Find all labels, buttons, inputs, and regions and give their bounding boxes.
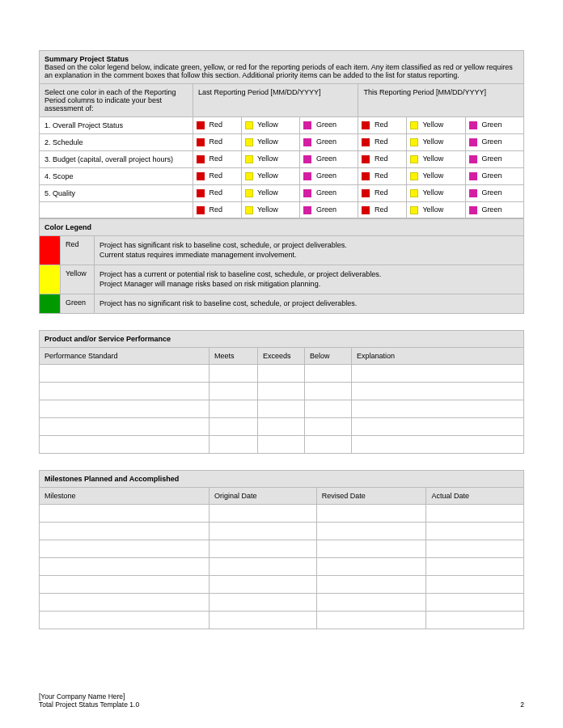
red-checkbox-icon[interactable] [362, 155, 370, 163]
status-green-option[interactable]: Green [465, 134, 523, 151]
yellow-checkbox-icon[interactable] [245, 189, 253, 197]
status-red-option[interactable]: Red [358, 117, 407, 134]
red-checkbox-icon[interactable] [197, 189, 205, 197]
red-checkbox-icon[interactable] [362, 121, 370, 129]
green-checkbox-icon[interactable] [469, 138, 477, 146]
perf-cell[interactable] [40, 364, 210, 382]
legend-description: Project has no significant risk to basel… [95, 294, 524, 314]
ms-cell[interactable] [40, 557, 210, 575]
green-checkbox-icon[interactable] [303, 121, 311, 129]
red-checkbox-icon[interactable] [197, 121, 205, 129]
red-checkbox-icon[interactable] [362, 189, 370, 197]
ms-cell[interactable] [40, 575, 210, 593]
ms-h0: Milestone [40, 487, 210, 504]
legend-label: Green [61, 294, 95, 314]
yellow-checkbox-icon[interactable] [410, 138, 418, 146]
green-checkbox-icon[interactable] [469, 206, 477, 214]
green-checkbox-icon[interactable] [303, 189, 311, 197]
status-red-option[interactable]: Red [193, 168, 242, 185]
status-red-option[interactable]: Red [358, 151, 407, 168]
status-yellow-option[interactable]: Yellow [241, 168, 300, 185]
red-checkbox-icon[interactable] [197, 155, 205, 163]
status-yellow-option[interactable]: Yellow [407, 134, 466, 151]
green-checkbox-icon[interactable] [303, 172, 311, 180]
yellow-checkbox-icon[interactable] [245, 121, 253, 129]
perf-cell[interactable] [40, 400, 210, 417]
yellow-checkbox-icon[interactable] [245, 206, 253, 214]
ms-cell[interactable] [40, 593, 210, 611]
perf-cell[interactable] [40, 435, 210, 453]
yellow-checkbox-icon[interactable] [245, 155, 253, 163]
red-checkbox-icon[interactable] [362, 172, 370, 180]
yellow-checkbox-icon[interactable] [410, 172, 418, 180]
yellow-label: Yellow [421, 188, 443, 197]
red-label: Red [207, 154, 222, 163]
status-red-option[interactable]: Red [358, 168, 407, 185]
ms-cell[interactable] [40, 611, 210, 629]
status-green-option[interactable]: Green [465, 117, 523, 134]
yellow-checkbox-icon[interactable] [410, 206, 418, 214]
status-yellow-option[interactable]: Yellow [407, 202, 466, 218]
status-green-option[interactable]: Green [465, 185, 523, 202]
status-green-option[interactable]: Green [465, 168, 523, 185]
red-label: Red [372, 138, 387, 146]
green-checkbox-icon[interactable] [303, 138, 311, 146]
ms-cell[interactable] [40, 522, 210, 540]
red-checkbox-icon[interactable] [197, 206, 205, 214]
perf-cell[interactable] [40, 382, 210, 400]
green-checkbox-icon[interactable] [303, 206, 311, 214]
perf-cell[interactable] [40, 417, 210, 435]
status-yellow-option[interactable]: Yellow [407, 117, 466, 134]
green-checkbox-icon[interactable] [469, 121, 477, 129]
status-red-option[interactable]: Red [193, 134, 242, 151]
green-checkbox-icon[interactable] [469, 172, 477, 180]
green-checkbox-icon[interactable] [469, 155, 477, 163]
status-yellow-option[interactable]: Yellow [241, 134, 300, 151]
status-row-label: 2. Schedule [40, 134, 193, 151]
status-red-option[interactable]: Red [193, 117, 242, 134]
status-yellow-option[interactable]: Yellow [407, 168, 466, 185]
status-green-option[interactable]: Green [300, 134, 358, 151]
status-green-option[interactable]: Green [300, 151, 358, 168]
status-red-option[interactable]: Red [193, 185, 242, 202]
green-checkbox-icon[interactable] [303, 155, 311, 163]
status-yellow-option[interactable]: Yellow [241, 202, 300, 218]
legend-swatch-green [40, 294, 61, 314]
red-checkbox-icon[interactable] [197, 172, 205, 180]
red-checkbox-icon[interactable] [362, 138, 370, 146]
ms-cell[interactable] [40, 540, 210, 557]
status-green-option[interactable]: Green [300, 202, 358, 218]
status-red-option[interactable]: Red [358, 202, 407, 218]
legend-description: Project has significant risk to baseline… [95, 235, 524, 265]
perf-h1: Meets [210, 347, 258, 364]
yellow-checkbox-icon[interactable] [245, 172, 253, 180]
ms-cell[interactable] [40, 504, 210, 522]
footer-page-number: 2 [520, 700, 524, 709]
status-row-label: 1. Overall Project Status [40, 117, 193, 134]
status-green-option[interactable]: Green [300, 185, 358, 202]
yellow-checkbox-icon[interactable] [410, 189, 418, 197]
yellow-label: Yellow [256, 154, 278, 163]
yellow-checkbox-icon[interactable] [245, 138, 253, 146]
status-red-option[interactable]: Red [193, 202, 242, 218]
green-label: Green [480, 171, 502, 180]
status-green-option[interactable]: Green [465, 151, 523, 168]
status-green-option[interactable]: Green [300, 117, 358, 134]
green-label: Green [314, 205, 337, 214]
status-yellow-option[interactable]: Yellow [241, 185, 300, 202]
yellow-checkbox-icon[interactable] [410, 121, 418, 129]
yellow-checkbox-icon[interactable] [410, 155, 418, 163]
red-checkbox-icon[interactable] [197, 138, 205, 146]
status-yellow-option[interactable]: Yellow [241, 117, 300, 134]
status-green-option[interactable]: Green [300, 168, 358, 185]
status-red-option[interactable]: Red [358, 185, 407, 202]
status-yellow-option[interactable]: Yellow [407, 151, 466, 168]
status-green-option[interactable]: Green [465, 202, 523, 218]
red-checkbox-icon[interactable] [362, 206, 370, 214]
status-red-option[interactable]: Red [358, 134, 407, 151]
green-checkbox-icon[interactable] [469, 189, 477, 197]
status-red-option[interactable]: Red [193, 151, 242, 168]
status-yellow-option[interactable]: Yellow [241, 151, 300, 168]
yellow-label: Yellow [421, 205, 443, 214]
status-yellow-option[interactable]: Yellow [407, 185, 466, 202]
